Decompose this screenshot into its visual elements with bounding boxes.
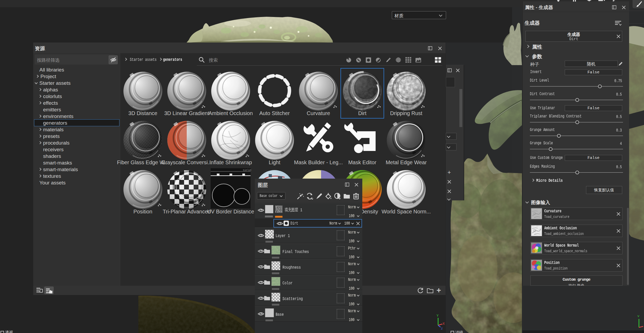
svg-text:Y: Y [437,314,439,318]
svg-text:z: z [441,327,443,331]
svg-text:titlit: titlit [243,169,251,172]
svg-text:v: v [637,314,639,318]
svg-text:X: X [443,322,445,326]
